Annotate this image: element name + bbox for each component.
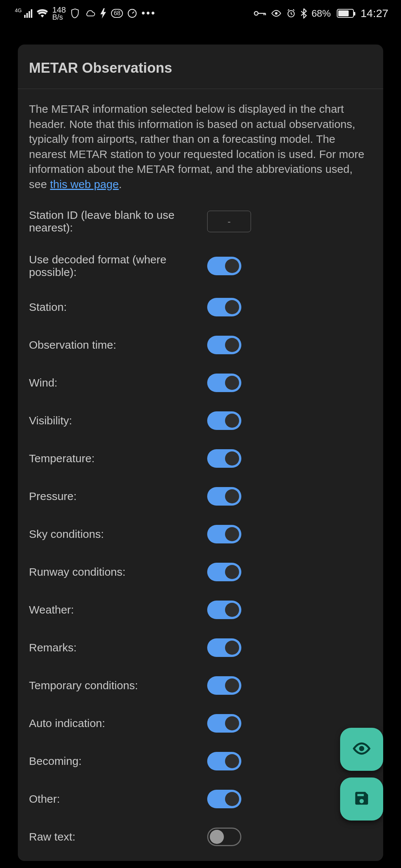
svg-point-4 [359, 746, 364, 751]
toggle-visibility[interactable] [207, 411, 241, 430]
row-tempcond: Temporary conditions: [29, 676, 372, 695]
description-link[interactable]: this web page [50, 178, 119, 190]
toggle-label-weather: Weather: [29, 604, 207, 616]
signal-icon [24, 9, 32, 18]
battery-percent: 68% [312, 8, 331, 19]
toggle-obstime[interactable] [207, 336, 241, 354]
network-speed: 148 B/s [52, 6, 66, 20]
toggle-station[interactable] [207, 298, 241, 316]
row-visibility: Visibility: [29, 411, 372, 430]
toggle-label-tempcond: Temporary conditions: [29, 679, 207, 692]
toggle-label-temp: Temperature: [29, 452, 207, 465]
toggle-label-visibility: Visibility: [29, 414, 207, 427]
svg-point-1 [254, 11, 258, 15]
row-auto: Auto indication: [29, 714, 372, 733]
row-sky: Sky conditions: [29, 525, 372, 543]
status-bar: 4G 148 B/s 68 ••• [0, 0, 401, 27]
station-id-label: Station ID (leave blank to use nearest): [29, 209, 207, 234]
toggle-becoming[interactable] [207, 752, 241, 770]
card-title: METAR Observations [29, 60, 372, 76]
row-runway: Runway conditions: [29, 563, 372, 581]
row-obstime: Observation time: [29, 336, 372, 354]
description-pre: The METAR information selected below is … [29, 103, 364, 190]
preview-fab[interactable] [340, 728, 383, 771]
description-post: . [119, 178, 122, 190]
row-wind: Wind: [29, 374, 372, 392]
toggle-wind[interactable] [207, 374, 241, 392]
card-body: The METAR information selected below is … [18, 89, 383, 861]
row-other: Other: [29, 790, 372, 808]
row-temp: Temperature: [29, 449, 372, 468]
toggle-remarks[interactable] [207, 638, 241, 657]
status-left: 4G 148 B/s 68 ••• [15, 6, 156, 20]
cloud-icon [84, 9, 95, 17]
toggle-label-runway: Runway conditions: [29, 566, 207, 578]
station-id-input[interactable] [207, 211, 251, 232]
alarm-icon [286, 9, 296, 18]
status-right: 68% 14:27 [254, 7, 388, 20]
row-rawtext: Raw text: [29, 828, 372, 846]
toggle-label-remarks: Remarks: [29, 641, 207, 654]
gauge-icon [127, 9, 137, 18]
toggle-other[interactable] [207, 790, 241, 808]
network-type-label: 4G [15, 8, 22, 13]
card-header: METAR Observations [18, 45, 383, 89]
toggle-label-auto: Auto indication: [29, 717, 207, 730]
toggle-label-station: Station: [29, 301, 207, 313]
toggle-tempcond[interactable] [207, 676, 241, 695]
save-fab[interactable] [340, 777, 383, 821]
battery-icon [337, 9, 354, 18]
toggle-sky[interactable] [207, 525, 241, 543]
toggle-label-becoming: Becoming: [29, 755, 207, 767]
row-remarks: Remarks: [29, 638, 372, 657]
speedometer-badge-value: 68 [114, 10, 120, 17]
eye-icon [271, 10, 282, 17]
toggle-label-decoded: Use decoded format (where possible): [29, 253, 207, 279]
save-icon [353, 790, 370, 808]
toggle-label-sky: Sky conditions: [29, 528, 207, 540]
row-pressure: Pressure: [29, 487, 372, 506]
row-station-id: Station ID (leave blank to use nearest): [29, 209, 372, 234]
toggle-label-pressure: Pressure: [29, 490, 207, 503]
row-weather: Weather: [29, 601, 372, 619]
toggle-runway[interactable] [207, 563, 241, 581]
bluetooth-icon [300, 8, 307, 19]
shield-icon [70, 8, 80, 19]
clock: 14:27 [361, 7, 388, 20]
toggle-decoded[interactable] [207, 257, 241, 275]
toggle-label-other: Other: [29, 793, 207, 805]
network-speed-value: 148 [52, 6, 66, 14]
toggle-auto[interactable] [207, 714, 241, 733]
speedometer-badge-icon: 68 [111, 9, 123, 18]
row-station: Station: [29, 298, 372, 316]
vpn-key-icon [254, 10, 266, 17]
toggle-weather[interactable] [207, 601, 241, 619]
toggle-temp[interactable] [207, 449, 241, 468]
svg-point-2 [275, 12, 277, 15]
row-becoming: Becoming: [29, 752, 372, 770]
row-decoded: Use decoded format (where possible): [29, 253, 372, 279]
toggle-label-rawtext: Raw text: [29, 831, 207, 843]
description-text: The METAR information selected below is … [29, 102, 372, 192]
toggle-label-wind: Wind: [29, 377, 207, 389]
wifi-icon [37, 9, 48, 18]
toggle-pressure[interactable] [207, 487, 241, 506]
toggle-label-obstime: Observation time: [29, 339, 207, 351]
toggle-rawtext[interactable] [207, 828, 241, 846]
eye-icon [352, 742, 371, 757]
lightning-icon [100, 8, 107, 19]
metar-observations-card: METAR Observations The METAR information… [18, 45, 383, 861]
more-notifications-icon: ••• [141, 7, 156, 19]
network-speed-unit: B/s [52, 14, 63, 20]
